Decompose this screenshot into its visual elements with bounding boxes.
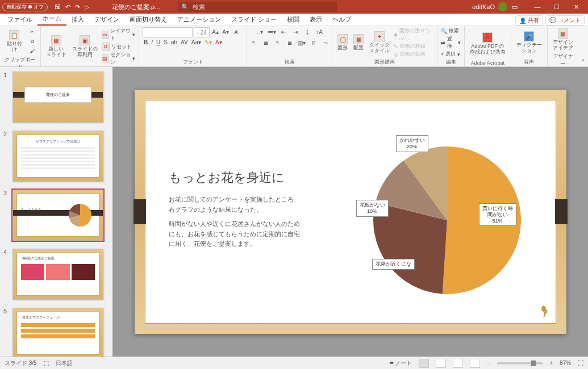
shadow-button[interactable]: ab (171, 39, 177, 45)
tab-view[interactable]: 表示 (305, 14, 327, 26)
save-icon[interactable]: 🖫 (55, 3, 61, 11)
account-button[interactable]: editKaO (472, 2, 507, 11)
slide-editor[interactable]: もっとお花を身近に お花に関してのアンケートを実施したところ、右グラフのような結… (112, 67, 588, 357)
thumbnail-5[interactable]: 発売までのスケジュール (12, 308, 103, 357)
bold-button[interactable]: B (144, 39, 148, 45)
dictate-button[interactable]: 🎤ディクテーション (515, 30, 544, 55)
slide-thumbnail-panel[interactable]: 1 花便のご提案 2 サブスクリプションでお届け 3 もっとお花を… 4 (0, 67, 112, 357)
indent-inc-icon[interactable]: ⇥ (291, 27, 300, 36)
align-left-icon[interactable]: ≡ (249, 38, 258, 47)
tab-transitions[interactable]: 画面切り替え (124, 14, 172, 26)
slideshow-view-button[interactable] (470, 359, 480, 368)
reading-view-button[interactable] (453, 359, 463, 368)
font-size-combo[interactable]: - 24 (194, 27, 210, 37)
zoom-level[interactable]: 87% (560, 360, 571, 366)
find-button[interactable]: 🔍 検索 (441, 27, 461, 35)
spellcheck-icon[interactable]: ⬚ (44, 360, 49, 366)
collapse-ribbon-icon[interactable]: ˄ (578, 57, 588, 66)
justify-icon[interactable]: ≣ (285, 38, 294, 47)
tab-review[interactable]: 校閲 (282, 14, 305, 26)
shape-outline-button[interactable]: ✎ 図形の枠線 (394, 43, 433, 50)
comments-button[interactable]: 💬 コメント (545, 15, 585, 26)
pie-chart[interactable]: 買いに行く時間がない51% かれやすい20% 花瓶がない10% 花屋が近くにな (362, 135, 532, 305)
notes-button[interactable]: ≐ ノート (389, 359, 412, 367)
columns-icon[interactable]: ▥▾ (297, 38, 306, 47)
text-direction-icon[interactable]: ↕A (315, 27, 324, 36)
underline-button[interactable]: U (156, 39, 160, 45)
tab-slideshow[interactable]: スライド ショー (226, 14, 282, 26)
title-bar: 自動保存 オフ 🖫 ↶ ↷ ▷ 花便のご提案.p… 🔍 検索 editKaO ▭… (0, 0, 588, 14)
layout-button[interactable]: ▭レイアウト ▾ (102, 27, 135, 42)
arrange-button[interactable]: ▦配置 (352, 33, 365, 52)
numbering-icon[interactable]: ≔▾ (267, 27, 276, 36)
font-family-combo[interactable] (143, 27, 193, 37)
close-button[interactable]: ✕ (566, 3, 586, 11)
thumbnail-3[interactable]: もっとお花を… (12, 190, 103, 241)
paste-button[interactable]: 📋貼り付け (3, 29, 26, 54)
format-painter-icon[interactable]: 🖌 (28, 47, 37, 56)
share-button[interactable]: 👤共有 (515, 15, 543, 26)
shape-effects-button[interactable]: ◎ 図形の効果 (394, 51, 433, 58)
section-button[interactable]: ▤セクション ▾ (102, 51, 135, 66)
design-ideas-button[interactable]: ▦デザインアイデア (551, 27, 575, 52)
reset-button[interactable]: ↺リセット (102, 43, 135, 51)
quick-styles-button[interactable]: ✦クイックスタイル (368, 30, 391, 55)
bullets-icon[interactable]: ∷▾ (255, 27, 264, 36)
select-button[interactable]: ⌖ 選択 ▾ (441, 51, 461, 58)
align-right-icon[interactable]: ≡ (273, 38, 282, 47)
sorter-view-button[interactable] (436, 359, 446, 368)
maximize-button[interactable]: ☐ (547, 3, 566, 11)
shrink-font-icon[interactable]: A▾ (221, 27, 230, 36)
slide-canvas[interactable]: もっとお花を身近に お花に関してのアンケートを実施したところ、右グラフのような結… (135, 90, 566, 334)
slide-body-text[interactable]: お花に関してのアンケートを実施したところ、右グラフのような結果になった。 時間が… (169, 195, 305, 249)
tab-help[interactable]: ヘルプ (327, 14, 356, 26)
tab-home[interactable]: ホーム (37, 12, 66, 26)
rose-icon (538, 304, 549, 319)
italic-button[interactable]: I (151, 39, 153, 45)
group-editing: 🔍 検索 ⇄ 置換 ▾ ⌖ 選択 ▾ 編集 (437, 26, 465, 66)
thumbnail-2[interactable]: サブスクリプションでお届け (12, 131, 103, 182)
reuse-slides-button[interactable]: ▣スライドの再利用 (70, 34, 99, 59)
autosave-toggle[interactable]: 自動保存 オフ (2, 3, 48, 11)
tab-design[interactable]: デザイン (89, 14, 124, 26)
copy-icon[interactable]: ⧉ (28, 37, 37, 46)
toggle-dot-icon (28, 5, 32, 9)
thumbnail-1[interactable]: 花便のご提案 (12, 72, 103, 123)
fit-to-window-button[interactable]: ⛶ (578, 360, 583, 366)
tab-file[interactable]: ファイル (2, 14, 37, 26)
redo-icon[interactable]: ↷ (75, 3, 80, 11)
ribbon-display-icon[interactable]: ▭ (512, 3, 518, 11)
minimize-button[interactable]: — (528, 3, 547, 11)
shapes-button[interactable]: ◯図形 (336, 33, 349, 52)
grow-font-icon[interactable]: A▴ (211, 27, 220, 36)
language-indicator[interactable]: 日本語 (56, 359, 73, 367)
highlight-icon[interactable]: ✎▾ (205, 39, 212, 45)
cut-icon[interactable]: ✂ (28, 27, 37, 36)
new-slide-button[interactable]: ▦新しいスライド (44, 34, 68, 59)
adobe-pdf-button[interactable]: AAdobe PDF の作成および共有 (468, 31, 507, 56)
strike-button[interactable]: S (164, 39, 168, 45)
tab-animations[interactable]: アニメーション (172, 14, 226, 26)
normal-view-button[interactable] (419, 359, 429, 368)
line-spacing-icon[interactable]: ‡ (303, 27, 312, 36)
spacing-button[interactable]: AV (181, 39, 188, 45)
content-area: 1 花便のご提案 2 サブスクリプションでお届け 3 もっとお花を… 4 (0, 67, 588, 357)
clear-format-icon[interactable]: A̷ (231, 27, 240, 36)
undo-icon[interactable]: ↶ (65, 3, 70, 11)
replace-button[interactable]: ⇄ 置換 ▾ (441, 35, 461, 50)
smartart-icon[interactable]: ⤳ (321, 38, 330, 47)
align-text-icon[interactable]: ⎘ (309, 38, 318, 47)
slide-title[interactable]: もっとお花を身近に (169, 169, 285, 186)
font-color-icon[interactable]: A▾ (215, 39, 222, 45)
case-button[interactable]: Aa▾ (191, 39, 201, 45)
zoom-in-button[interactable]: + (549, 360, 553, 366)
thumbnail-4[interactable]: 3種類の花便をご提案 (12, 249, 103, 300)
zoom-slider[interactable] (497, 362, 543, 364)
shape-fill-button[interactable]: ◆ 図形の塗りつぶし (394, 27, 433, 42)
align-center-icon[interactable]: ≣ (261, 38, 270, 47)
start-slideshow-icon[interactable]: ▷ (85, 3, 89, 11)
zoom-out-button[interactable]: − (487, 360, 490, 366)
indent-dec-icon[interactable]: ⇤ (279, 27, 288, 36)
search-box[interactable]: 🔍 検索 (178, 2, 337, 12)
tab-insert[interactable]: 挿入 (66, 14, 89, 26)
